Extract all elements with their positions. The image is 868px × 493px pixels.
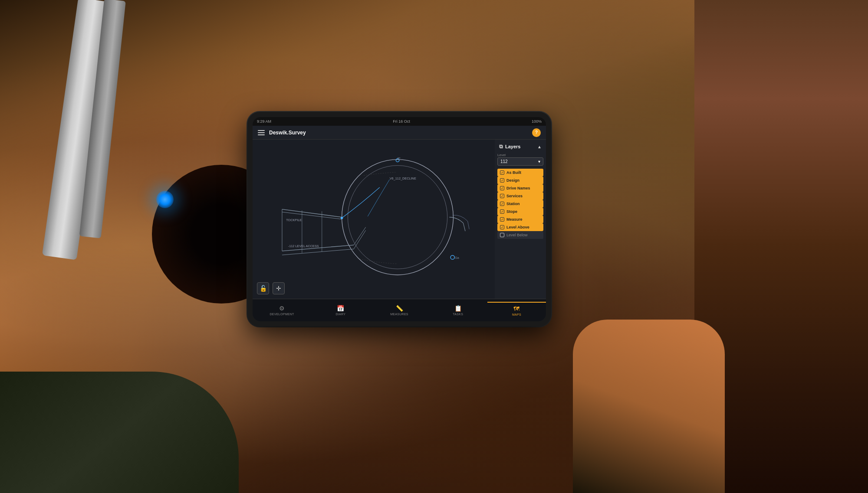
tunnel-light — [156, 191, 174, 208]
status-date: Fri 16 Oct — [393, 119, 410, 124]
layer-item-level-below[interactable]: Level Below — [497, 231, 543, 239]
layer-name-6: Measure — [506, 217, 523, 222]
layer-name-7: Level Above — [506, 225, 529, 229]
layer-checkbox-3: ✓ — [500, 194, 504, 198]
map-area[interactable]: Ga JP TOCKPILE V6_112_DECLINE -112 LEVEL… — [253, 140, 495, 299]
level-value: 112 — [500, 159, 508, 164]
map-controls: 🔓 ✛ — [257, 282, 285, 294]
layer-name-2: Drive Names — [506, 186, 530, 190]
tunnel-label: V6_112_DECLINE — [390, 176, 416, 180]
nav-label-measures: MEASURES — [390, 313, 408, 316]
layer-checkbox-4: ✓ — [500, 202, 504, 206]
nav-label-tasks: TASKS — [453, 313, 463, 316]
layer-checkbox-7: ✓ — [500, 225, 504, 229]
layer-checkbox-1: ✓ — [500, 178, 504, 183]
main-content: Ga JP TOCKPILE V6_112_DECLINE -112 LEVEL… — [253, 140, 546, 299]
nav-label-maps: MAPS — [512, 313, 521, 316]
level-select-dropdown[interactable]: 112 ▾ — [497, 157, 543, 166]
nav-item-development[interactable]: ⚙ DEVELOPMENT — [253, 302, 311, 319]
layer-name-1: Design — [506, 178, 519, 183]
layers-collapse-button[interactable]: ▲ — [537, 144, 542, 149]
right-panel: ⧉ Layers ▲ Level 112 ▾ ✓ As — [495, 140, 546, 299]
nav-item-measures[interactable]: 📏 MEASURES — [370, 302, 428, 319]
nav-items-container: ⚙ DEVELOPMENT 📅 DIARY 📏 MEASURES 📋 TASKS… — [253, 302, 546, 319]
move-button[interactable]: ✛ — [273, 282, 285, 294]
level-dropdown-arrow: ▾ — [538, 159, 540, 164]
layer-item-level-above[interactable]: ✓ Level Above — [497, 223, 543, 231]
stockpile-label: TOCKPILE — [286, 218, 302, 222]
layer-name-4: Station — [506, 202, 520, 206]
help-button[interactable]: ? — [532, 128, 541, 137]
nav-label-development: DEVELOPMENT — [270, 313, 294, 316]
nav-icon-tasks: 📋 — [454, 305, 462, 312]
nav-item-tasks[interactable]: 📋 TASKS — [429, 302, 487, 319]
bottom-nav: ⚙ DEVELOPMENT 📅 DIARY 📏 MEASURES 📋 TASKS… — [253, 299, 546, 321]
nav-icon-measures: 📏 — [396, 305, 403, 312]
nav-icon-diary: 📅 — [337, 305, 344, 312]
layer-checkbox-5: ✓ — [500, 209, 504, 214]
layer-checkbox-0: ✓ — [500, 170, 504, 175]
map-svg: Ga JP TOCKPILE V6_112_DECLINE -112 LEVEL… — [253, 140, 495, 299]
layers-list: ✓ As Built ✓ Design ✓ Drive Names ✓ Serv… — [497, 169, 543, 239]
layer-name-8: Level Below — [506, 233, 528, 237]
layer-checkbox-2: ✓ — [500, 186, 504, 190]
layer-item-station[interactable]: ✓ Station — [497, 200, 543, 208]
layer-name-3: Services — [506, 194, 523, 198]
lock-button[interactable]: 🔓 — [257, 282, 269, 294]
status-time: 9:29 AM — [257, 119, 271, 124]
hamburger-menu-button[interactable] — [258, 130, 265, 135]
nav-label-diary: DIARY — [335, 313, 345, 316]
svg-text:JP: JP — [397, 157, 401, 160]
nav-item-diary[interactable]: 📅 DIARY — [311, 302, 370, 319]
hand-right — [573, 320, 725, 493]
status-battery: 100% — [532, 119, 542, 124]
layer-name-0: As Built — [506, 170, 521, 175]
access-label: -112 LEVEL ACCESS — [288, 244, 319, 248]
nav-icon-development: ⚙ — [279, 305, 285, 312]
layer-item-stope[interactable]: ✓ Stope — [497, 208, 543, 215]
layer-checkbox-6: ✓ — [500, 217, 504, 222]
layers-title-container: ⧉ Layers — [499, 144, 520, 150]
layer-item-as-built[interactable]: ✓ As Built — [497, 169, 543, 176]
layer-item-services[interactable]: ✓ Services — [497, 192, 543, 200]
jacket-left — [0, 372, 239, 493]
layers-stack-icon: ⧉ — [499, 144, 503, 150]
nav-icon-maps: 🗺 — [513, 305, 519, 312]
nav-item-maps[interactable]: 🗺 MAPS — [487, 302, 546, 319]
app-title: Deswik.Survey — [269, 130, 532, 136]
level-selector: Level 112 ▾ — [497, 153, 543, 166]
layer-item-drive-names[interactable]: ✓ Drive Names — [497, 184, 543, 192]
level-label: Level — [497, 153, 543, 157]
tablet-screen: 9:29 AM Fri 16 Oct 100% Deswik.Survey ? — [253, 117, 546, 321]
layer-name-5: Stope — [506, 209, 517, 214]
layer-item-measure[interactable]: ✓ Measure — [497, 215, 543, 223]
layers-header: ⧉ Layers ▲ — [497, 142, 543, 151]
layer-item-design[interactable]: ✓ Design — [497, 176, 543, 184]
app-header: Deswik.Survey ? — [253, 126, 546, 140]
tablet-device: 9:29 AM Fri 16 Oct 100% Deswik.Survey ? — [247, 112, 551, 326]
layers-title-text: Layers — [505, 144, 520, 149]
status-bar: 9:29 AM Fri 16 Oct 100% — [253, 117, 546, 126]
layer-checkbox-8 — [500, 233, 504, 237]
svg-text:Ga: Ga — [455, 256, 460, 260]
